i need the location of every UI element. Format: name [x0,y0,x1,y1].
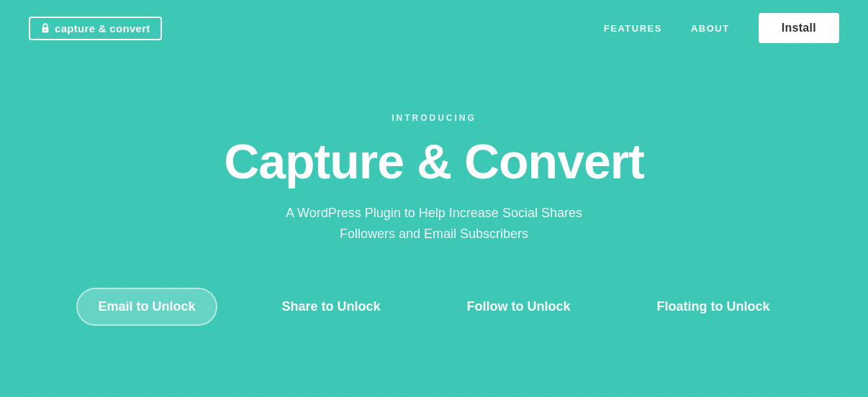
lock-icon [40,22,50,34]
tab-floating-to-unlock[interactable]: Floating to Unlock [636,288,792,326]
introducing-label: INTRODUCING [392,113,476,123]
tab-email-to-unlock[interactable]: Email to Unlock [76,288,217,326]
tab-share-to-unlock[interactable]: Share to Unlock [261,288,402,326]
nav-links: FEATURES ABOUT Install [604,13,839,43]
navbar: capture & convert FEATURES ABOUT Install [0,0,868,56]
hero-section: INTRODUCING Capture & Convert A WordPres… [0,56,868,397]
hero-title: Capture & Convert [224,134,644,188]
nav-about[interactable]: ABOUT [691,23,730,34]
hero-subtitle: A WordPress Plugin to Help Increase Soci… [283,203,585,245]
nav-features[interactable]: FEATURES [604,23,662,34]
logo[interactable]: capture & convert [29,17,162,40]
tab-follow-to-unlock[interactable]: Follow to Unlock [446,288,592,326]
install-button[interactable]: Install [759,13,839,43]
svg-point-1 [45,29,46,31]
logo-text: capture & convert [55,22,150,35]
page-wrapper: capture & convert FEATURES ABOUT Install… [0,0,868,397]
tabs-bar: Email to Unlock Share to Unlock Follow t… [76,288,791,326]
